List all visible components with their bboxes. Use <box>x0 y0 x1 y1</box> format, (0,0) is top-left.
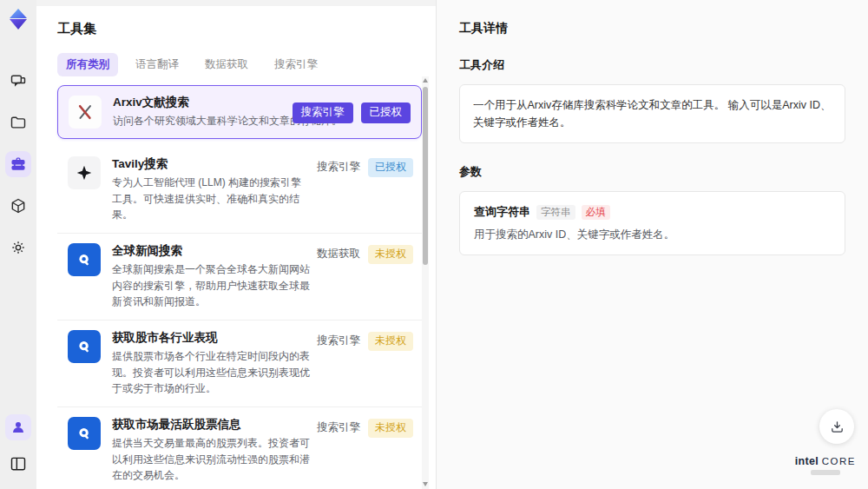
folder-icon[interactable] <box>5 109 31 135</box>
parameter-description: 用于搜索的Arxiv ID、关键字或作者姓名。 <box>474 228 831 242</box>
chat-icon[interactable] <box>5 68 31 94</box>
tool-name: 获取股市各行业表现 <box>112 330 310 346</box>
tool-category-tag: 搜索引擎 <box>317 160 360 175</box>
tool-description: 提供股票市场各个行业在特定时间段内的表现。投资者可以利用这些信息来识别表现优于或… <box>112 348 310 397</box>
tool-category-tag: 搜索引擎 <box>293 102 353 123</box>
tool-detail-panel: 工具详情 工具介绍 一个用于从Arxiv存储库搜索科学论文和文章的工具。 输入可… <box>437 0 868 489</box>
parameter-card: 查询字符串 字符串 必填 用于搜索的Arxiv ID、关键字或作者姓名。 <box>459 191 845 255</box>
download-button[interactable] <box>819 409 854 444</box>
parameter-type-chip: 字符串 <box>536 205 575 220</box>
tool-list: Arxiv文献搜索访问各个研究领域大量科学论文和文章的存储库。搜索引擎已授权Ta… <box>57 85 422 489</box>
app-window: 工具集 所有类别语言翻译数据获取搜索引擎 Arxiv文献搜索访问各个研究领域大量… <box>0 0 868 489</box>
tool-category-tag: 数据获取 <box>317 247 360 261</box>
tool-auth-badge: 已授权 <box>361 102 411 123</box>
tool-name: Tavily搜索 <box>112 156 310 172</box>
tool-card-1[interactable]: Tavily搜索专为人工智能代理 (LLM) 构建的搜索引擎工具。可快速提供实时… <box>57 147 422 234</box>
list-scrollbar[interactable] <box>422 76 429 489</box>
app-logo-icon[interactable] <box>6 7 30 31</box>
arxiv-icon <box>69 96 102 129</box>
stock-sector-icon <box>68 330 101 363</box>
tool-auth-badge: 未授权 <box>368 332 413 351</box>
scrollbar-down-arrow-icon[interactable] <box>423 482 428 486</box>
active-stock-icon <box>68 417 101 450</box>
global-news-icon <box>68 243 101 276</box>
tool-auth-badge: 已授权 <box>368 158 413 177</box>
intro-section-title: 工具介绍 <box>459 57 845 73</box>
tab-1[interactable]: 语言翻译 <box>127 53 187 76</box>
page-title: 工具集 <box>57 21 436 37</box>
tool-name: 获取市场最活跃股票信息 <box>112 417 310 433</box>
scrollbar-up-arrow-icon[interactable] <box>423 78 428 83</box>
tool-name: Arxiv文献搜索 <box>113 95 286 110</box>
tool-name: 全球新闻搜索 <box>112 243 310 259</box>
brand-badge <box>811 470 840 475</box>
tool-description: 全球新闻搜索是一个聚合全球各大新闻网站内容的搜索引擎，帮助用户快速获取全球最新资… <box>112 261 310 310</box>
tool-card-3[interactable]: 获取股市各行业表现提供股票市场各个行业在特定时间段内的表现。投资者可以利用这些信… <box>57 320 422 407</box>
tab-3[interactable]: 搜索引擎 <box>266 53 326 76</box>
intel-core-logo: intel CORE <box>795 455 856 475</box>
tool-category-tag: 搜索引擎 <box>317 420 360 435</box>
parameter-required-chip: 必填 <box>582 205 610 220</box>
brand-word-core: CORE <box>822 456 856 466</box>
brand-word-intel: intel <box>795 455 819 467</box>
tool-list-panel: 工具集 所有类别语言翻译数据获取搜索引擎 Arxiv文献搜索访问各个研究领域大量… <box>36 0 437 489</box>
toolbox-icon[interactable] <box>5 151 31 177</box>
tool-card-0[interactable]: Arxiv文献搜索访问各个研究领域大量科学论文和文章的存储库。搜索引擎已授权 <box>57 85 422 139</box>
scrollbar-thumb[interactable] <box>423 87 428 265</box>
tool-card-2[interactable]: 全球新闻搜索全球新闻搜索是一个聚合全球各大新闻网站内容的搜索引擎，帮助用户快速获… <box>57 234 422 320</box>
cube-icon[interactable] <box>5 193 31 219</box>
tab-2[interactable]: 数据获取 <box>196 53 257 76</box>
parameter-name: 查询字符串 <box>474 204 530 220</box>
user-profile-icon[interactable] <box>5 414 31 440</box>
tool-description: 专为人工智能代理 (LLM) 构建的搜索引擎工具。可快速提供实时、准确和真实的结… <box>112 175 310 223</box>
category-tabs: 所有类别语言翻译数据获取搜索引擎 <box>57 53 436 76</box>
tool-auth-badge: 未授权 <box>368 245 413 264</box>
tool-card-4[interactable]: 获取市场最活跃股票信息提供当天交易量最高的股票列表。投资者可以利用这些信息来识别… <box>57 407 422 489</box>
collapse-panel-icon[interactable] <box>5 451 31 477</box>
settings-gear-icon[interactable] <box>5 235 31 261</box>
tool-category-tag: 搜索引擎 <box>317 334 360 348</box>
icon-rail <box>0 0 36 489</box>
detail-title: 工具详情 <box>459 21 845 36</box>
tool-description: 提供当天交易量最高的股票列表。投资者可以利用这些信息来识别流动性强的股票和潜在的… <box>112 435 310 484</box>
tavily-icon <box>68 156 101 189</box>
tab-0[interactable]: 所有类别 <box>57 53 118 76</box>
tool-intro-text: 一个用于从Arxiv存储库搜索科学论文和文章的工具。 输入可以是Arxiv ID… <box>459 84 845 143</box>
top-strip <box>36 0 436 6</box>
tool-description: 访问各个研究领域大量科学论文和文章的存储库。 <box>113 113 286 129</box>
tool-auth-badge: 未授权 <box>368 419 413 438</box>
params-section-title: 参数 <box>459 164 845 180</box>
